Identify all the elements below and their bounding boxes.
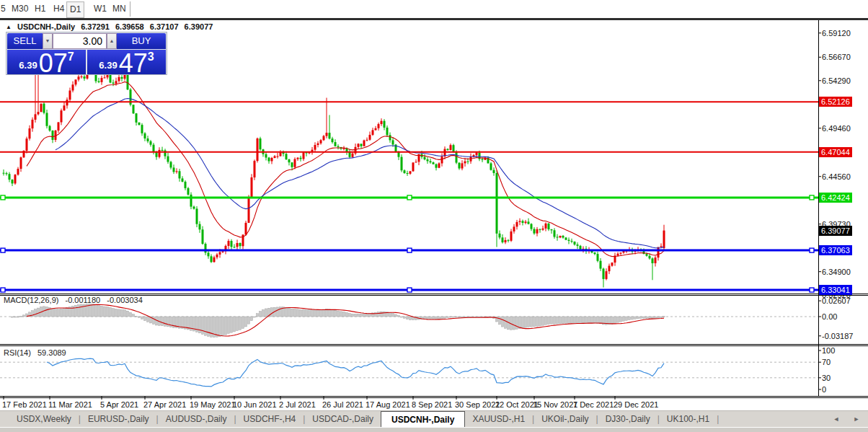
date-axis-label: 29 Dec 2021 bbox=[614, 400, 658, 409]
chart-tab-usdchf-h4[interactable]: USDCHF-,H4 bbox=[236, 411, 304, 427]
macd-histogram-bar bbox=[17, 317, 19, 317]
date-axis-label: 19 May 2021 bbox=[190, 400, 236, 409]
date-axis-label: 15 Nov 2021 bbox=[533, 400, 577, 409]
macd-histogram-bar bbox=[130, 312, 132, 317]
macd-histogram-bar bbox=[124, 310, 126, 317]
macd-histogram-bar bbox=[395, 314, 397, 317]
tabs-scroll-right-icon[interactable]: ► bbox=[851, 411, 862, 427]
macd-histogram-bar bbox=[620, 317, 622, 322]
date-axis-label: 2 Jul 2021 bbox=[279, 400, 316, 409]
candle-bearish bbox=[456, 152, 458, 162]
candle-bearish bbox=[430, 161, 432, 162]
date-axis-label: 17 Feb 2021 bbox=[2, 400, 47, 409]
chart-tab-eurusd-daily[interactable]: EURUSD-,Daily bbox=[81, 411, 156, 427]
macd-histogram-bar bbox=[640, 317, 642, 319]
macd-histogram-bar bbox=[548, 317, 550, 325]
chart-tab-usdcad-daily[interactable]: USDCAD-,Daily bbox=[305, 411, 381, 427]
chart-tab-audusd-daily[interactable]: AUDUSD-,Daily bbox=[159, 411, 234, 427]
macd-histogram-bar bbox=[78, 305, 80, 317]
candle-bullish bbox=[655, 257, 657, 263]
chart-tab-ukoil-daily[interactable]: UKOil-,Daily bbox=[534, 411, 595, 427]
candle-bearish bbox=[211, 256, 213, 262]
timeframe-button-h4[interactable]: H4 bbox=[50, 1, 67, 17]
level-handle[interactable] bbox=[1, 195, 5, 200]
timeframe-button-5[interactable]: 5 bbox=[0, 1, 9, 17]
timeframe-button-mn[interactable]: MN bbox=[110, 1, 129, 17]
level-handle[interactable] bbox=[1, 288, 5, 292]
date-axis-label: 5 Apr 2021 bbox=[100, 400, 138, 409]
candle-bullish bbox=[608, 265, 611, 271]
macd-histogram-bar bbox=[89, 304, 92, 317]
sell-button[interactable]: SELL bbox=[7, 33, 43, 49]
macd-histogram-bar bbox=[92, 304, 94, 317]
candle-bearish bbox=[234, 247, 236, 247]
timeframe-button-m30[interactable]: M30 bbox=[9, 1, 31, 17]
candle-bearish bbox=[360, 144, 363, 146]
level-handle[interactable] bbox=[1, 248, 5, 252]
chart-tab-usdcnh-daily[interactable]: USDCNH-,Daily bbox=[381, 411, 465, 427]
candle-bearish bbox=[447, 149, 449, 150]
buy-price-pip: 3 bbox=[148, 50, 154, 63]
level-handle[interactable] bbox=[407, 248, 412, 252]
price-axis-label: 6.44560 bbox=[822, 172, 851, 181]
candle-bullish bbox=[320, 140, 322, 143]
macd-histogram-bar bbox=[257, 314, 259, 317]
macd-histogram-bar bbox=[251, 317, 253, 321]
candle-bullish bbox=[415, 162, 417, 162]
sell-price-display[interactable]: 6.39 07 7 bbox=[7, 50, 86, 74]
candle-bearish bbox=[136, 113, 138, 123]
candle-bullish bbox=[297, 158, 299, 159]
chart-tab-usdx-weekly[interactable]: USDX,Weekly bbox=[9, 411, 79, 427]
volume-down-button[interactable]: ▼ bbox=[43, 33, 53, 49]
ohlc-close: 6.39077 bbox=[185, 22, 213, 31]
candle-bearish bbox=[424, 157, 426, 159]
candle-bullish bbox=[228, 241, 230, 246]
level-handle[interactable] bbox=[810, 288, 814, 292]
chart-tab-dj30-daily[interactable]: DJ30-,Daily bbox=[598, 411, 657, 427]
buy-price-display[interactable]: 6.39 47 3 bbox=[87, 50, 166, 74]
level-handle[interactable] bbox=[810, 195, 814, 200]
ohlc-low: 6.37107 bbox=[150, 22, 179, 31]
macd-main-value: -0.001180 bbox=[65, 296, 100, 304]
candle-bearish bbox=[407, 173, 409, 174]
timeframe-button-h1[interactable]: H1 bbox=[32, 1, 48, 17]
candle-bullish bbox=[343, 149, 345, 149]
macd-histogram-bar bbox=[525, 317, 527, 327]
candle-bearish bbox=[170, 162, 172, 167]
macd-histogram-bar bbox=[407, 317, 409, 319]
macd-histogram-bar bbox=[265, 309, 267, 317]
chart-tab-uk100-h1[interactable]: UK100-,H1 bbox=[660, 411, 717, 427]
rsi-value: 59.3089 bbox=[37, 348, 66, 357]
candle-bullish bbox=[317, 144, 319, 145]
timeframe-button-d1[interactable]: D1 bbox=[66, 1, 84, 18]
level-handle[interactable] bbox=[407, 288, 412, 292]
macd-histogram-bar bbox=[355, 314, 357, 317]
candle-bullish bbox=[277, 157, 279, 157]
volume-up-button[interactable]: ▲ bbox=[107, 33, 117, 49]
macd-histogram-bar bbox=[161, 317, 164, 326]
candle-bearish bbox=[182, 178, 184, 182]
macd-histogram-bar bbox=[600, 317, 602, 324]
volume-input[interactable] bbox=[53, 33, 107, 49]
macd-histogram-bar bbox=[216, 317, 218, 337]
tabs-scroll-left-icon[interactable]: ◄ bbox=[831, 411, 842, 427]
macd-histogram-bar bbox=[219, 317, 221, 337]
level-handle[interactable] bbox=[407, 195, 412, 200]
candle-bullish bbox=[358, 144, 360, 146]
candle-bearish bbox=[98, 81, 100, 82]
ohlc-open: 6.37291 bbox=[81, 22, 110, 31]
candle-bearish bbox=[144, 133, 146, 138]
candle-bullish bbox=[40, 104, 43, 112]
macd-histogram-bar bbox=[167, 317, 169, 327]
buy-button[interactable]: BUY bbox=[117, 33, 166, 49]
macd-histogram-bar bbox=[516, 317, 518, 329]
candle-bearish bbox=[568, 240, 570, 241]
candle-bearish bbox=[554, 230, 556, 237]
candle-bullish bbox=[251, 177, 253, 198]
level-handle[interactable] bbox=[810, 248, 814, 252]
candle-bearish bbox=[121, 77, 123, 79]
timeframe-button-w1[interactable]: W1 bbox=[91, 1, 110, 17]
macd-histogram-bar bbox=[326, 309, 328, 317]
chart-tab-xauusd-h1[interactable]: XAUUSD-,H1 bbox=[465, 411, 532, 427]
buy-price-prefix: 6.39 bbox=[99, 60, 117, 71]
